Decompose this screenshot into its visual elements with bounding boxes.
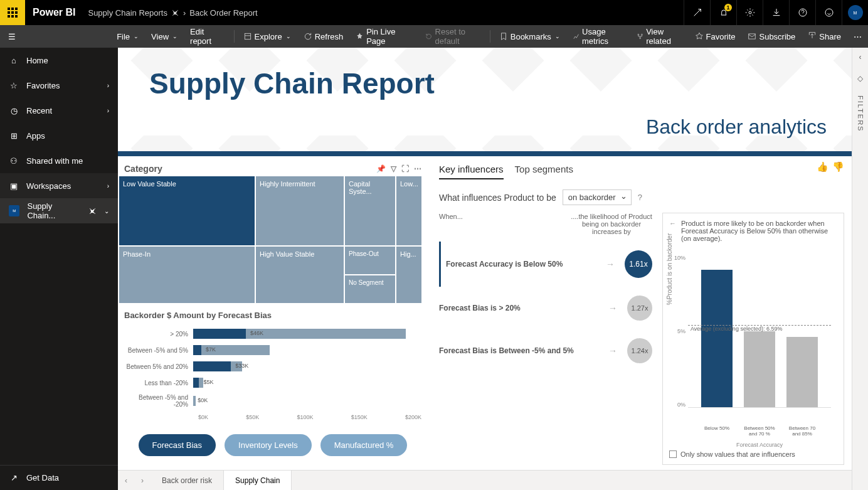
page-tab-supply-chain[interactable]: Supply Chain (224, 471, 292, 490)
share-button[interactable]: Share (802, 32, 847, 41)
focus-icon[interactable]: ⛶ (401, 164, 409, 173)
ki-average-line: Average (excluding selected): 6.59% (688, 325, 831, 332)
share-label: Share (819, 32, 841, 41)
backorder-bar-chart[interactable]: Backorder $ Amount by Forecast Bias > 20… (119, 308, 426, 423)
nav-toggle[interactable]: ☰ (0, 32, 23, 41)
notification-badge: 1 (724, 4, 732, 11)
bar-segment[interactable] (193, 345, 201, 355)
treemap-cell[interactable]: Phase-Out (345, 247, 395, 274)
related-label: View related (646, 27, 682, 46)
bar-segment[interactable] (193, 361, 231, 371)
tab-top-segments[interactable]: Top segments (515, 164, 573, 179)
bookmarks-button[interactable]: Bookmarks⌄ (493, 32, 566, 41)
diamond-icon: ⯍ (171, 8, 179, 18)
thumbs-up-icon[interactable]: 👍 (817, 161, 828, 173)
nav-get-data[interactable]: ↗Get Data (0, 465, 118, 490)
tab-next[interactable]: › (134, 476, 151, 485)
category-treemap[interactable]: Low Value Stable Highly Intermittent Cap… (119, 176, 426, 303)
favorite-button[interactable]: Favorite (689, 32, 742, 41)
nav-recent[interactable]: ◷Recent› (0, 98, 118, 123)
avatar-icon: M (848, 5, 863, 20)
treemap-title: Category (124, 164, 162, 174)
nav-getdata-label: Get Data (26, 473, 59, 482)
breadcrumb: Supply Chain Reports ⯍ › Back Order Repo… (88, 8, 257, 18)
nav-shared[interactable]: ⚇Shared with me (0, 148, 118, 173)
fullscreen-icon[interactable] (684, 0, 710, 25)
treemap-cell[interactable]: Low... (396, 176, 421, 245)
app-launcher[interactable] (0, 0, 25, 25)
bar-segment[interactable] (246, 329, 406, 339)
nav-apps[interactable]: ⊞Apps (0, 123, 118, 148)
more-icon[interactable]: ⋯ (414, 164, 421, 173)
ki-influencer-item[interactable]: Forecast Bias is > 20% → 1.27x (439, 287, 652, 329)
ki-item-text: Forecast Accuracy is Below 50% (446, 260, 606, 269)
nav-current-workspace[interactable]: MSupply Chain...⯍⌄ (0, 198, 118, 223)
ki-detail-chart: %Product is on backorder 10%5%0% Average… (688, 255, 831, 420)
breadcrumb-report[interactable]: Back Order Report (189, 8, 257, 18)
filter-icon[interactable]: ▽ (391, 164, 396, 173)
nav-sidebar: ⌂Home ☆Favorites› ◷Recent› ⊞Apps ⚇Shared… (0, 48, 118, 490)
pill-inventory-levels[interactable]: Inventory Levels (225, 434, 312, 456)
pin-button[interactable]: Pin Live Page (349, 27, 419, 46)
reset-button[interactable]: Reset to default (419, 27, 487, 46)
treemap-cell[interactable]: No Segment (345, 275, 395, 303)
page-subtitle: Back order analytics (646, 115, 827, 139)
pill-manufactured[interactable]: Manufactured % (320, 434, 408, 456)
subscribe-button[interactable]: Subscribe (741, 32, 802, 41)
tab-key-influencers[interactable]: Key influencers (439, 164, 504, 179)
reset-label: Reset to default (435, 27, 481, 46)
edit-report-button[interactable]: Edit report (184, 27, 231, 46)
ki-outcome-select[interactable]: on backorder (563, 189, 632, 205)
nav-workspaces[interactable]: ▣Workspaces› (0, 173, 118, 198)
treemap-cell[interactable]: Low Value Stable (119, 176, 255, 245)
file-menu[interactable]: File⌄ (110, 32, 145, 41)
view-menu[interactable]: View⌄ (145, 32, 184, 41)
ki-bar (744, 331, 775, 408)
ki-influencer-item[interactable]: Forecast Accuracy is Below 50% → 1.61x (439, 242, 652, 287)
page-tab-backorder-risk[interactable]: Back order risk (151, 471, 224, 490)
nav-home[interactable]: ⌂Home (0, 48, 118, 73)
apps-icon: ⊞ (9, 131, 19, 141)
notifications-icon[interactable]: 1 (710, 0, 736, 25)
account-avatar[interactable]: M (842, 0, 868, 25)
ki-influencer-item[interactable]: Forecast Bias is Between -5% and 5% → 1.… (439, 329, 652, 372)
bookmark-rail-icon[interactable]: ◇ (857, 74, 863, 83)
treemap-cell[interactable]: Capital Syste... (345, 176, 395, 245)
treemap-cell[interactable]: Highly Intermittent (256, 176, 344, 245)
explore-button[interactable]: Explore⌄ (237, 32, 297, 41)
related-button[interactable]: View related (630, 27, 689, 46)
svg-point-6 (640, 38, 641, 39)
help-icon[interactable] (789, 0, 815, 25)
ki-y-tick: 0% (677, 402, 685, 408)
download-icon[interactable] (763, 0, 789, 25)
thumbs-down-icon[interactable]: 👎 (832, 161, 844, 173)
more-button[interactable]: ⋯ (847, 32, 868, 41)
usage-button[interactable]: Usage metrics (566, 27, 630, 46)
breadcrumb-workspace[interactable]: Supply Chain Reports (88, 8, 167, 18)
bar-category-label: Between -5% and 5% (124, 347, 193, 354)
bar-segment[interactable] (193, 396, 196, 406)
svg-rect-3 (245, 33, 250, 39)
treemap-cell[interactable]: High Value Stable (256, 247, 344, 303)
bookmarks-label: Bookmarks (511, 32, 551, 41)
nav-favorites[interactable]: ☆Favorites› (0, 73, 118, 98)
pill-forecast-bias[interactable]: Forecast Bias (139, 434, 216, 456)
workspace-avatar-icon: M (9, 205, 19, 216)
bar-segment[interactable] (193, 329, 246, 339)
bar-value-label: $7K (206, 346, 216, 353)
ki-filter-checkbox[interactable] (669, 450, 677, 458)
pin-icon[interactable]: 📌 (376, 164, 386, 173)
treemap-cell[interactable]: Phase-In (119, 247, 255, 303)
bar-chart-title: Backorder $ Amount by Forecast Bias (124, 311, 421, 320)
ki-help-icon[interactable]: ? (638, 193, 642, 202)
diamond-icon: ⯍ (88, 206, 97, 216)
rail-collapse-icon[interactable]: ‹ (859, 53, 862, 61)
filters-pane-toggle[interactable]: FILTERS (857, 95, 864, 132)
refresh-button[interactable]: Refresh (297, 32, 350, 41)
bar-segment[interactable] (193, 378, 199, 388)
bar-segment[interactable] (199, 378, 203, 388)
feedback-icon[interactable] (815, 0, 842, 25)
settings-icon[interactable] (736, 0, 763, 25)
treemap-cell[interactable]: Hig... (396, 247, 421, 303)
tab-prev[interactable]: ‹ (118, 476, 134, 485)
